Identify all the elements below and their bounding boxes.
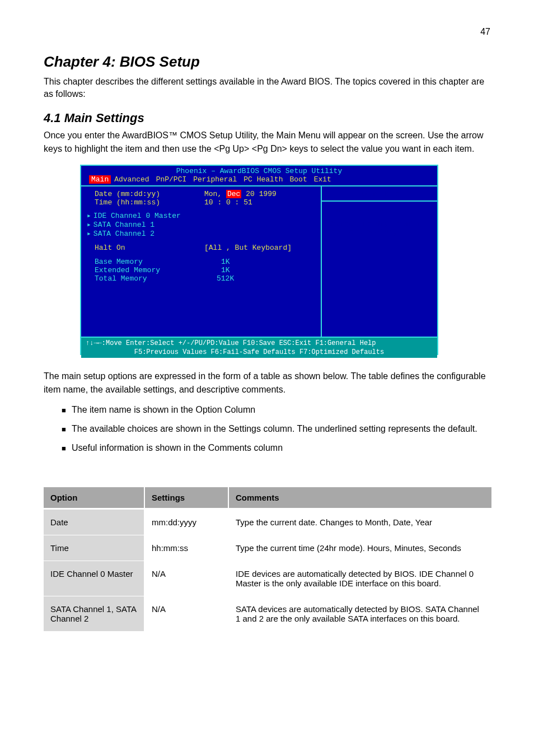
help-desc: Change the day, month, year and century [327,220,432,236]
basemem-value: 1K [221,258,230,266]
sata1-item: SATA Channel 1 [87,220,204,229]
th-settings: Settings [144,487,228,509]
halt-label: Halt On [87,244,204,252]
bios-footer: ↑↓→←:Move Enter:Select +/-/PU/PD:Value F… [81,337,437,358]
totalmem-label: Total Memory [87,274,204,283]
section-title: 4.1 Main Settings [44,111,144,125]
bios-left-pane: Date (mm:dd:yy)Mon, Dec 20 1999 Time (hh… [81,185,322,337]
ide-item: IDE Channel 0 Master [87,211,204,220]
table-row: Time hh:mm:ss Type the current time (24h… [44,535,491,561]
chapter-title: Chapter 4: BIOS Setup [44,53,200,71]
table-row: IDE Channel 0 Master N/A IDE devices are… [44,561,491,596]
settings-table: Option Settings Comments Date mm:dd:yyyy… [44,487,491,632]
tab-pnppci: PnP/PCI [153,175,190,184]
sata2-item: SATA Channel 2 [87,229,204,238]
tab-main: Main [89,175,111,184]
bios-tab-bar: MainAdvancedPnP/PCIPeripheralPC HealthBo… [81,175,437,185]
tab-peripheral: Peripheral [190,175,240,184]
after-bios-paragraph: The main setup options are expressed in … [44,370,491,396]
date-value: Mon, Dec 20 1999 [204,190,277,198]
halt-value: [All , But Keyboard] [204,244,292,252]
tab-advanced: Advanced [111,175,152,184]
time-value: 10 : 0 : 51 [204,198,252,207]
bios-header: Phoenix – AwardBIOS CMOS Setup Utility [81,166,437,175]
bullet-item: ■The item name is shown in the Option Co… [62,403,487,417]
bullet-item: ■Useful information is shown in the Comm… [62,441,487,455]
extmem-value: 1K [221,266,230,274]
footer-line2: F5:Previous Values F6:Fail-Safe Defaults… [86,348,433,357]
bios-screenshot: Phoenix – AwardBIOS CMOS Setup Utility M… [80,165,438,355]
th-comments: Comments [228,487,491,509]
section-subtitle: Once you enter the AwardBIOS™ CMOS Setup… [44,129,491,156]
th-option: Option [44,487,144,509]
date-label: Date (mm:dd:yy) [87,190,204,198]
bullet-list: ■The item name is shown in the Option Co… [62,403,487,460]
time-label: Time (hh:mm:ss) [87,198,204,207]
tab-boot: Boot [286,175,310,184]
help-title: Item Help [327,190,432,198]
extmem-label: Extended Memory [87,266,204,274]
bullet-item: ■The available choices are shown in the … [62,422,487,436]
menu-level: Menu Level ▸ [327,205,432,214]
footer-line1: ↑↓→←:Move Enter:Select +/-/PU/PD:Value F… [86,339,433,348]
tab-pchealth: PC Health [240,175,286,184]
basemem-label: Base Memory [87,258,204,266]
page-number: 47 [480,27,490,37]
tab-exit: Exit [311,175,335,184]
table-row: SATA Channel 1, SATA Channel 2 N/A SATA … [44,596,491,632]
table-row: Date mm:dd:yyyy Type the current date. C… [44,509,491,535]
chapter-subtitle: This chapter describes the different set… [44,76,491,101]
bios-help-pane: Item Help Menu Level ▸ Change the day, m… [322,185,437,337]
totalmem-value: 512K [217,274,234,283]
